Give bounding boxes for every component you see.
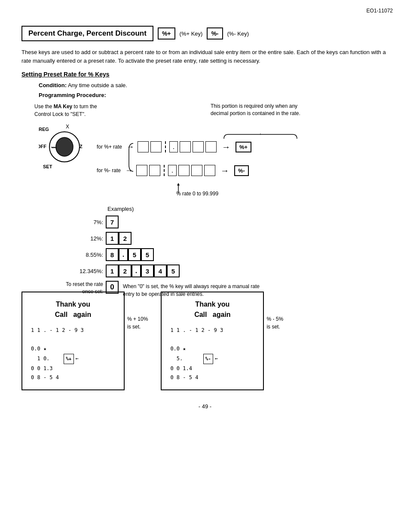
- procedure-heading: Programming Procedure:: [39, 92, 389, 98]
- dashed-separator: [164, 165, 165, 176]
- dot-box: .: [169, 141, 178, 152]
- input-box: [178, 165, 190, 176]
- ex-box-12345-4: 4: [154, 264, 167, 277]
- diagram-area: Use the MA Key to turn theControl Lock t…: [21, 103, 389, 287]
- lock-text: Use the MA Key to turn theControl Lock t…: [34, 103, 97, 118]
- rate-range-arrow-svg: [174, 182, 187, 195]
- percent-plus-key: %+: [158, 27, 175, 40]
- page-title: Percent Charge, Percent Discount: [21, 26, 153, 41]
- td2-line3: 5.: [170, 354, 201, 364]
- thankyou-title-2: Thank youCall again: [170, 299, 254, 320]
- card2-annotation: % - 5%is set.: [266, 315, 283, 331]
- svg-text:X: X: [66, 124, 69, 130]
- ex-box-7: 7: [106, 216, 119, 228]
- ex-box-8: 8: [106, 248, 119, 261]
- ex-box-12345-1: 1: [106, 264, 119, 277]
- arrow-minus-2: →: [220, 166, 229, 176]
- ex-box-2: 2: [119, 232, 132, 245]
- card1-annotation: % + 10%is set.: [127, 315, 148, 331]
- plus-rate-row: for %+ rate → . → %+: [97, 141, 251, 152]
- page-number: - 49 -: [21, 403, 389, 410]
- example-855: 8.55%: 8 . 5 5: [34, 248, 292, 261]
- td2-pct-key: %-: [203, 354, 213, 364]
- td1-date: 1 1 . - 1 2 - 9 3: [31, 326, 115, 335]
- td1-line3-row: 1 0. %+ ←: [31, 354, 115, 364]
- svg-point-1: [56, 137, 73, 156]
- for-plus-label: for %+ rate: [97, 144, 122, 150]
- ex-box-5b: 5: [141, 248, 154, 261]
- input-box: [138, 141, 149, 152]
- thankyou-card-2: Thank youCall again 1 1 . - 1 2 - 9 3 0.…: [161, 292, 264, 390]
- examples-heading: Examples): [107, 206, 292, 212]
- svg-text:SET: SET: [43, 164, 52, 169]
- td1-line4: 0 0 1.3: [31, 364, 115, 374]
- input-box: [180, 141, 191, 152]
- input-box: [193, 141, 204, 152]
- example-12: 12%: 1 2: [34, 232, 292, 245]
- percent-plus-key-label: (%+ Key): [180, 30, 203, 37]
- input-box: [150, 141, 162, 152]
- input-box: [205, 141, 217, 152]
- input-box: [136, 165, 147, 176]
- input-box: [191, 165, 202, 176]
- lock-section: Use the MA Key to turn theControl Lock t…: [34, 103, 97, 175]
- svg-text:OFF: OFF: [39, 144, 46, 149]
- card1-wrap: Thank youCall again 1 1 . - 1 2 - 9 3 0.…: [21, 292, 148, 390]
- input-box: [204, 165, 215, 176]
- thankyou-data-2: 1 1 . - 1 2 - 9 3 0.0 ★ 5. %- ← 0 0 1.4 …: [170, 326, 254, 383]
- dot-box: .: [168, 165, 177, 176]
- left-brace-svg: [127, 141, 135, 173]
- example-12-label: 12%:: [34, 235, 103, 242]
- result-plus-key: %+: [236, 142, 251, 152]
- header-row: Percent Charge, Percent Discount %+ (%+ …: [21, 26, 389, 41]
- ex-box-12345-3: 3: [141, 264, 154, 277]
- card2-wrap: Thank youCall again 1 1 . - 1 2 - 9 3 0.…: [161, 292, 283, 390]
- for-minus-label: for %- rate: [97, 167, 121, 173]
- td2-line3-row: 5. %- ←: [170, 354, 254, 364]
- svg-text:Z: Z: [80, 144, 83, 149]
- percent-minus-key-label: (%- Key): [227, 30, 249, 37]
- ex-box-12345-2: 2: [119, 264, 132, 277]
- td2-line2: 0.0 ★: [170, 344, 254, 354]
- ex-dot-2: .: [132, 264, 141, 277]
- condition-line: Condition: Any time outside a sale.: [39, 82, 389, 88]
- td1-line3: 1 0.: [31, 354, 62, 364]
- input-box: [149, 165, 160, 176]
- decimal-note: This portion is required only when any d…: [211, 103, 301, 118]
- td2-line5: 0 8 - 5 4: [170, 373, 254, 383]
- ex-box-12345-5: 5: [167, 264, 180, 277]
- td2-line1: [170, 335, 254, 345]
- td1-pct-key: %+: [64, 354, 73, 364]
- result-minus-key: %-: [234, 165, 249, 176]
- lock-dial: X REG OFF — Z SET: [39, 123, 90, 175]
- percent-minus-key: %-: [207, 27, 223, 40]
- td1-line2: 0.0 ★: [31, 344, 115, 354]
- svg-text:—: —: [51, 144, 55, 149]
- td1-line1: [31, 335, 115, 345]
- section-heading: Setting Preset Rate for % Keys: [21, 71, 389, 78]
- example-7: 7%: 7: [34, 216, 292, 228]
- example-12345: 12.345%: 1 2 . 3 4 5: [34, 264, 292, 277]
- svg-marker-11: [177, 183, 180, 185]
- body-text: These keys are used to add or subtract a…: [21, 48, 389, 65]
- td2-date: 1 1 . - 1 2 - 9 3: [170, 326, 254, 335]
- td1-arrow: ←: [76, 354, 79, 364]
- arrow-plus-2: →: [222, 142, 230, 152]
- example-7-label: 7%:: [34, 219, 103, 225]
- ex-box-1: 1: [106, 232, 119, 245]
- ex-dot-1: .: [119, 248, 128, 261]
- td2-line4: 0 0 1.4: [170, 364, 254, 374]
- thankyou-title-1: Thank youCall again: [31, 299, 115, 320]
- dashed-separator: [165, 141, 166, 152]
- example-855-label: 8.55%:: [34, 252, 103, 258]
- example-12345-label: 12.345%:: [34, 268, 103, 274]
- thankyou-data-1: 1 1 . - 1 2 - 9 3 0.0 ★ 1 0. %+ ← 0 0 1.…: [31, 326, 115, 383]
- examples-section: Examples) 7%: 7 12%: 1 2 8.55%: 8 . 5 5: [34, 206, 292, 298]
- td2-arrow: ←: [215, 354, 218, 364]
- thankyou-card-1: Thank youCall again 1 1 . - 1 2 - 9 3 0.…: [21, 292, 125, 390]
- lock-dial-svg: X REG OFF — Z SET: [39, 123, 90, 175]
- svg-text:REG: REG: [39, 127, 49, 132]
- thankyou-section: Thank youCall again 1 1 . - 1 2 - 9 3 0.…: [21, 292, 389, 390]
- brace-svg: [220, 134, 306, 140]
- td1-line5: 0 8 - 5 4: [31, 373, 115, 383]
